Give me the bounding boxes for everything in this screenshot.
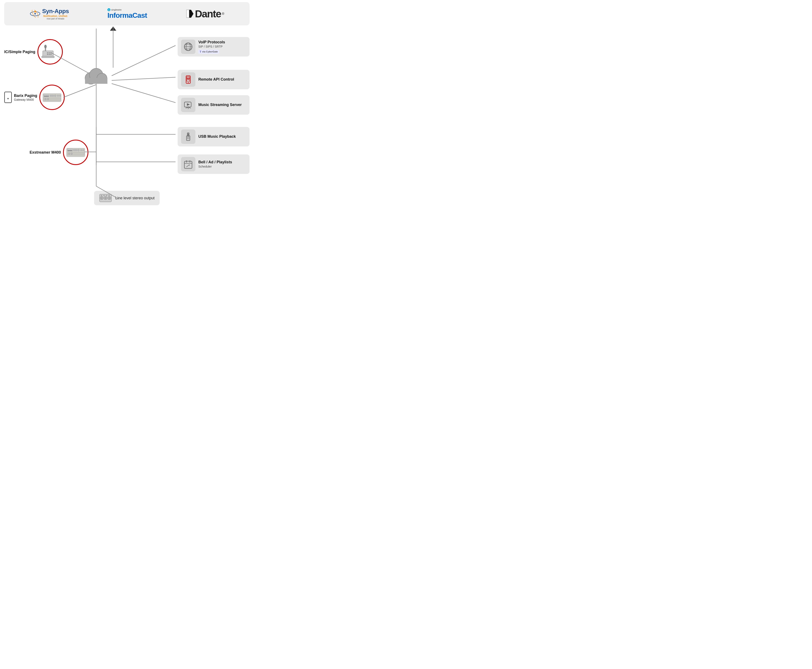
dante-icon: [186, 9, 194, 18]
remote-api-item: Remote API Control: [178, 70, 250, 89]
dante-logo: Dante ®: [186, 8, 224, 20]
scheduler-icon: [183, 160, 193, 169]
streaming-icon: [183, 100, 193, 109]
svg-point-50: [81, 150, 82, 151]
voip-text: VoIP Protocols SIP / SIPS / SRTP T via C…: [198, 40, 246, 54]
api-text: Remote API Control: [198, 77, 246, 82]
svg-point-49: [77, 149, 79, 151]
svg-rect-27: [47, 54, 48, 55]
usb-icon: [183, 132, 193, 141]
svg-rect-73: [187, 137, 188, 138]
svg-point-53: [68, 153, 70, 155]
barix-gateway-device: BARIX: [39, 85, 65, 110]
svg-rect-28: [49, 54, 50, 55]
teams-badge: T via CyberGate: [198, 50, 219, 54]
voip-icon: [183, 42, 193, 51]
svg-point-36: [57, 95, 59, 97]
usb-icon-box: [181, 129, 195, 144]
svg-rect-24: [47, 52, 48, 53]
svg-marker-11: [110, 27, 116, 31]
svg-rect-94: [106, 195, 107, 196]
svg-rect-44: [85, 78, 107, 84]
cloud-icon: [82, 66, 110, 87]
singlewire-icon: S: [107, 8, 111, 11]
api-icon: [183, 75, 193, 84]
exstreamer-item: Exstreamer M400 BARIX: [30, 140, 88, 165]
svg-rect-30: [42, 56, 54, 58]
svg-text:BARIX: BARIX: [44, 96, 49, 97]
bell-text: Bell / Ad / Playlists Scheduler: [198, 160, 246, 169]
svg-point-15: [34, 11, 36, 12]
informacast-logo: S singlewire InformaCast: [107, 8, 147, 20]
svg-line-82: [187, 165, 190, 167]
barix-paging-item: Barix Paging Gateway M400 BARIX: [4, 85, 65, 110]
svg-point-64: [188, 79, 189, 79]
svg-rect-77: [188, 133, 189, 135]
svg-rect-95: [109, 195, 110, 196]
svg-point-35: [54, 95, 56, 97]
svg-point-87: [101, 197, 102, 199]
logos-bar: Syn-Apps Notification. Unified. now part…: [4, 2, 250, 25]
svg-point-37: [59, 95, 61, 97]
ic-paging-device: [37, 39, 63, 64]
svg-rect-78: [185, 161, 192, 168]
svg-text:BARIX: BARIX: [68, 150, 72, 151]
exstreamer-text: Exstreamer M400: [30, 150, 61, 155]
streaming-text: Music Streaming Server: [198, 103, 246, 107]
svg-point-40: [47, 98, 49, 100]
svg-rect-71: [186, 136, 190, 141]
bell-icon-box: [181, 157, 195, 171]
microphone-device-icon: [40, 44, 60, 59]
usb-text: USB Music Playback: [198, 134, 246, 139]
svg-rect-93: [103, 195, 105, 196]
svg-marker-69: [187, 103, 190, 106]
svg-line-5: [112, 45, 176, 76]
svg-rect-25: [49, 52, 50, 53]
barix-device-icon: BARIX: [42, 90, 62, 105]
svg-rect-75: [187, 138, 188, 139]
svg-point-70: [188, 108, 189, 109]
svg-point-62: [188, 82, 189, 83]
streaming-icon-box: [181, 98, 195, 112]
synapps-orbit-icon: [30, 10, 40, 18]
svg-point-89: [105, 197, 106, 199]
line-level-label: Line level stereo output: [115, 196, 154, 200]
svg-line-6: [112, 77, 176, 81]
svg-rect-74: [188, 137, 189, 138]
api-icon-box: [181, 72, 195, 87]
ic-simple-paging-item: IC/Simple Paging: [4, 39, 63, 64]
music-streaming-item: Music Streaming Server: [178, 95, 250, 115]
svg-point-54: [71, 153, 72, 155]
stereo-output-icon: [99, 193, 112, 203]
svg-rect-29: [50, 54, 52, 55]
cloud-svg: [82, 66, 110, 87]
phone-icon: [4, 92, 12, 103]
exstreamer-device-icon: BARIX: [66, 145, 85, 160]
svg-rect-76: [188, 138, 189, 139]
svg-rect-48: [73, 150, 77, 151]
svg-line-7: [112, 84, 176, 103]
svg-marker-20: [186, 10, 189, 18]
svg-point-23: [44, 45, 47, 48]
line-level-item: Line level stereo output: [94, 191, 159, 205]
svg-rect-92: [101, 195, 102, 196]
barix-paging-text: Barix Paging Gateway M400: [14, 94, 37, 101]
svg-point-16: [34, 13, 36, 15]
svg-point-51: [82, 150, 84, 151]
synapps-text: Syn-Apps Notification. Unified. now part…: [42, 8, 69, 20]
exstreamer-device: BARIX: [63, 140, 88, 165]
usb-music-item: USB Music Playback: [178, 127, 250, 146]
svg-text:S: S: [108, 9, 109, 11]
voip-icon-box: [181, 40, 195, 54]
svg-point-91: [109, 197, 110, 199]
svg-line-84: [186, 166, 187, 167]
bell-scheduler-item: Bell / Ad / Playlists Scheduler: [178, 155, 250, 174]
synapps-logo: Syn-Apps Notification. Unified. now part…: [30, 8, 69, 20]
voip-protocols-item: VoIP Protocols SIP / SIPS / SRTP T via C…: [178, 37, 250, 57]
svg-point-39: [45, 98, 46, 100]
svg-rect-34: [50, 95, 54, 97]
svg-rect-26: [50, 52, 52, 53]
